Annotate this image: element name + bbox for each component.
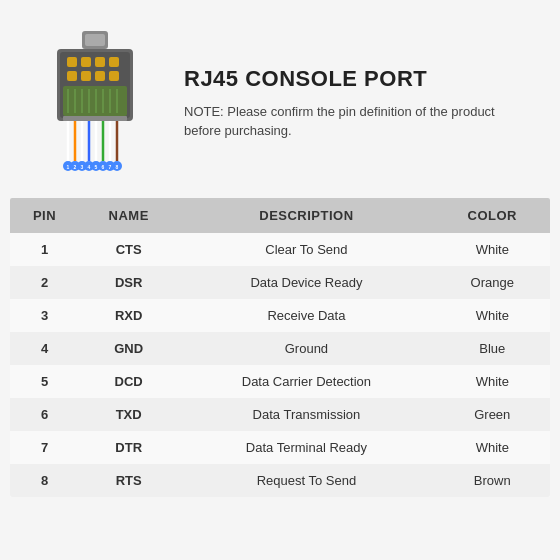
table-row: 4GNDGroundBlue — [10, 332, 550, 365]
cell-name: GND — [79, 332, 178, 365]
cell-color: Brown — [435, 464, 550, 497]
table-row: 2DSRData Device ReadyOrange — [10, 266, 550, 299]
table-row: 3RXDReceive DataWhite — [10, 299, 550, 332]
svg-text:4: 4 — [88, 164, 91, 170]
svg-rect-7 — [109, 57, 119, 67]
svg-rect-6 — [95, 57, 105, 67]
svg-rect-4 — [67, 57, 77, 67]
cell-name: RXD — [79, 299, 178, 332]
col-header-name: NAME — [79, 198, 178, 233]
cell-description: Data Terminal Ready — [178, 431, 434, 464]
col-header-color: COLOR — [435, 198, 550, 233]
cell-color: Blue — [435, 332, 550, 365]
cell-name: CTS — [79, 233, 178, 266]
cell-description: Data Device Ready — [178, 266, 434, 299]
svg-rect-1 — [85, 34, 105, 46]
cell-pin: 7 — [10, 431, 79, 464]
cell-color: Orange — [435, 266, 550, 299]
page-title: RJ45 CONSOLE PORT — [184, 66, 530, 92]
svg-rect-10 — [95, 71, 105, 81]
svg-rect-9 — [81, 71, 91, 81]
cell-description: Receive Data — [178, 299, 434, 332]
table-row: 8RTSRequest To SendBrown — [10, 464, 550, 497]
note-text: NOTE: Please confirm the pin definition … — [184, 102, 530, 141]
table-row: 7DTRData Terminal ReadyWhite — [10, 431, 550, 464]
pin-table-container: PIN NAME DESCRIPTION COLOR 1CTSClear To … — [10, 198, 550, 497]
svg-text:2: 2 — [74, 164, 77, 170]
cell-description: Ground — [178, 332, 434, 365]
cell-description: Request To Send — [178, 464, 434, 497]
cell-color: White — [435, 299, 550, 332]
cell-name: RTS — [79, 464, 178, 497]
table-row: 1CTSClear To SendWhite — [10, 233, 550, 266]
svg-rect-21 — [63, 116, 127, 121]
cell-pin: 5 — [10, 365, 79, 398]
pin-table: PIN NAME DESCRIPTION COLOR 1CTSClear To … — [10, 198, 550, 497]
cell-description: Clear To Send — [178, 233, 434, 266]
cell-pin: 8 — [10, 464, 79, 497]
cell-name: DCD — [79, 365, 178, 398]
cell-pin: 2 — [10, 266, 79, 299]
cell-pin: 6 — [10, 398, 79, 431]
svg-text:3: 3 — [81, 164, 84, 170]
top-section: 1 2 3 4 5 6 7 8 RJ45 CONSOLE PORT NOTE: … — [0, 0, 560, 198]
table-row: 6TXDData TransmissionGreen — [10, 398, 550, 431]
cell-color: Green — [435, 398, 550, 431]
cell-color: White — [435, 431, 550, 464]
cell-pin: 4 — [10, 332, 79, 365]
svg-rect-11 — [109, 71, 119, 81]
col-header-pin: PIN — [10, 198, 79, 233]
cell-description: Data Transmission — [178, 398, 434, 431]
cell-color: White — [435, 365, 550, 398]
cell-color: White — [435, 233, 550, 266]
svg-text:7: 7 — [109, 164, 112, 170]
svg-text:6: 6 — [102, 164, 105, 170]
svg-text:1: 1 — [67, 164, 70, 170]
cell-name: TXD — [79, 398, 178, 431]
cell-pin: 3 — [10, 299, 79, 332]
svg-text:5: 5 — [95, 164, 98, 170]
cell-description: Data Carrier Detection — [178, 365, 434, 398]
title-section: RJ45 CONSOLE PORT NOTE: Please confirm t… — [184, 66, 530, 141]
svg-rect-5 — [81, 57, 91, 67]
svg-rect-8 — [67, 71, 77, 81]
connector-image: 1 2 3 4 5 6 7 8 — [30, 28, 160, 178]
col-header-description: DESCRIPTION — [178, 198, 434, 233]
cell-pin: 1 — [10, 233, 79, 266]
table-row: 5DCDData Carrier DetectionWhite — [10, 365, 550, 398]
table-header-row: PIN NAME DESCRIPTION COLOR — [10, 198, 550, 233]
svg-text:8: 8 — [116, 164, 119, 170]
cell-name: DSR — [79, 266, 178, 299]
cell-name: DTR — [79, 431, 178, 464]
